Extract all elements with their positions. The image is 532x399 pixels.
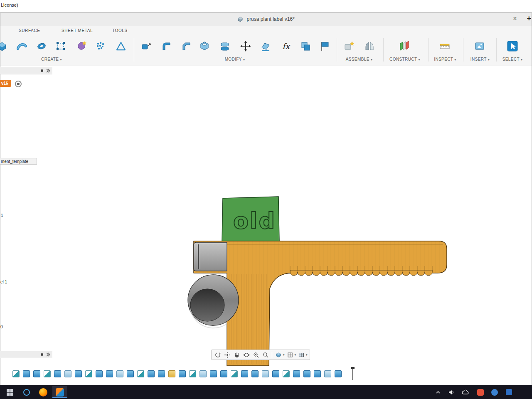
free-orbit-icon[interactable] <box>242 351 251 359</box>
fillet-feature-icon[interactable] <box>324 370 331 377</box>
extrude-feature-icon[interactable] <box>106 370 113 377</box>
onedrive-icon[interactable] <box>460 387 471 398</box>
view-navigation-bar: ▾ ▾ ▾ <box>211 350 310 360</box>
extrude-feature-icon[interactable] <box>241 370 248 377</box>
fillet-feature-icon[interactable] <box>116 370 123 377</box>
sketch-feature-icon[interactable] <box>12 370 20 377</box>
viewport-canvas[interactable]: old <box>0 0 532 399</box>
sketch-feature-icon[interactable] <box>137 370 144 377</box>
blue-circle-app-icon[interactable] <box>489 387 500 398</box>
extrude-feature-icon[interactable] <box>179 370 186 377</box>
zoom-icon[interactable] <box>252 351 260 359</box>
extrude-feature-icon[interactable] <box>220 370 227 377</box>
extrude-feature-icon[interactable] <box>335 370 342 377</box>
extrude-feature-icon[interactable] <box>210 370 217 377</box>
extrude-feature-icon[interactable] <box>75 370 82 377</box>
tray-expand-icon[interactable] <box>432 387 444 398</box>
start-icon[interactable] <box>2 386 17 398</box>
sketch-feature-icon[interactable] <box>85 370 92 377</box>
orbit-icon[interactable] <box>214 351 222 359</box>
fusion-360-icon[interactable] <box>52 386 67 398</box>
fillet-feature-icon[interactable] <box>64 370 71 377</box>
extrude-feature-icon[interactable] <box>314 370 321 377</box>
firefox-icon[interactable] <box>36 386 51 398</box>
fillet-feature-icon[interactable] <box>200 370 207 377</box>
sketch-feature-icon[interactable] <box>283 370 290 377</box>
extrude-feature-icon[interactable] <box>148 370 155 377</box>
extrude-feature-icon[interactable] <box>96 370 103 377</box>
extrude-feature-icon[interactable] <box>158 370 165 377</box>
extrude-feature-icon[interactable] <box>251 370 259 377</box>
fillet-feature-icon[interactable] <box>262 370 269 377</box>
extrude-feature-icon[interactable] <box>303 370 310 377</box>
extrude-feature-icon[interactable] <box>54 370 61 377</box>
extrude-feature-icon[interactable] <box>293 370 300 377</box>
cortana-icon[interactable] <box>19 386 34 398</box>
extrude-feature-icon[interactable] <box>33 370 40 377</box>
security-red-icon[interactable] <box>475 387 486 398</box>
viewports-icon[interactable] <box>297 351 305 359</box>
embossed-label-text: old <box>233 208 276 234</box>
volume-icon[interactable] <box>446 387 457 398</box>
timeline-marker[interactable] <box>351 367 355 380</box>
extrude-feature-icon[interactable] <box>127 370 134 377</box>
extrude-feature-icon[interactable] <box>272 370 279 377</box>
sketch-feature-icon[interactable] <box>189 370 196 377</box>
look-at-icon[interactable] <box>223 351 232 359</box>
taskbar <box>0 385 532 399</box>
timeline-track[interactable] <box>12 369 342 378</box>
sketch-feature-icon[interactable] <box>231 370 238 377</box>
display-settings-icon[interactable] <box>274 351 283 359</box>
sketch-feature-icon[interactable] <box>44 370 51 377</box>
label-cube-body[interactable]: old <box>222 197 279 241</box>
fit-icon[interactable] <box>261 351 270 359</box>
navbar-separator <box>272 352 272 358</box>
yellow-feature-icon[interactable] <box>168 370 175 377</box>
pan-icon[interactable] <box>233 351 241 359</box>
grid-snaps-icon[interactable] <box>286 351 294 359</box>
blue-square-app-icon[interactable] <box>503 387 515 398</box>
extrude-feature-icon[interactable] <box>23 370 30 377</box>
